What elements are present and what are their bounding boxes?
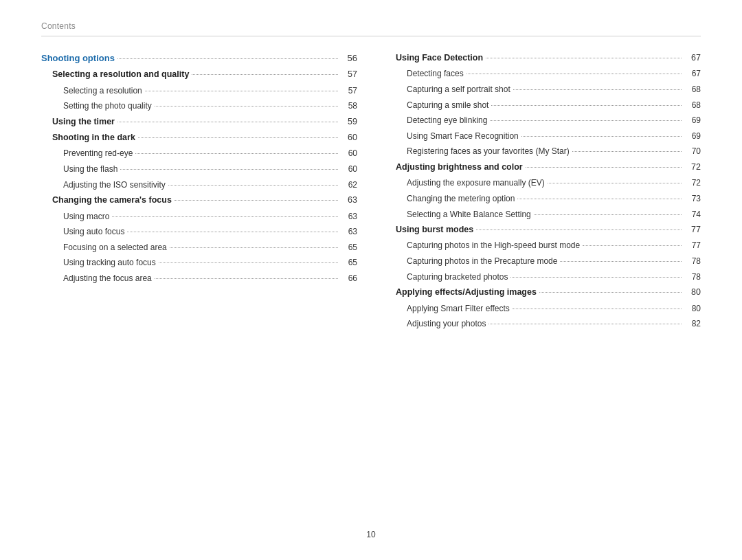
toc-entry-label: Applying Smart Filter effects [385, 302, 510, 315]
toc-page-number: 73 [684, 192, 701, 205]
page: Contents Shooting options56Selecting a r… [0, 0, 742, 560]
toc-page-number: 67 [684, 52, 701, 65]
toc-entry: Detecting eye blinking69 [385, 114, 701, 127]
toc-dots [560, 261, 682, 262]
toc-entry: Using the timer59 [41, 115, 357, 128]
toc-entry-label: Selecting a White Balance Setting [385, 208, 531, 221]
toc-page-number: 66 [341, 272, 357, 285]
toc-entry-label: Capturing bracketed photos [385, 271, 508, 284]
toc-entry: Using auto focus63 [41, 225, 357, 238]
toc-dots [488, 324, 682, 324]
toc-entry: Adjusting the ISO sensitivity62 [41, 179, 357, 192]
toc-dots [127, 232, 338, 232]
toc-page-number: 56 [341, 52, 357, 65]
toc-page-number: 77 [684, 239, 701, 252]
toc-page-number: 63 [341, 225, 357, 238]
toc-page-number: 82 [684, 317, 701, 331]
toc-page-number: 63 [341, 210, 357, 223]
toc-entry: Using burst modes77 [385, 223, 701, 236]
toc-entry-label: Capturing a smile shot [385, 99, 488, 112]
toc-entry-label: Adjusting the ISO sensitivity [41, 179, 166, 192]
toc-dots [486, 58, 682, 58]
toc-entry: Registering faces as your favorites (My … [385, 145, 701, 158]
page-header: Contents [41, 21, 701, 36]
toc-entry: Capturing photos in the Precapture mode7… [385, 255, 701, 268]
toc-dots [145, 91, 338, 91]
toc-page-number: 77 [684, 223, 701, 236]
toc-entry: Adjusting the focus area66 [41, 272, 357, 285]
toc-dots [491, 105, 682, 106]
toc-entry-label: Using auto focus [41, 225, 124, 238]
toc-dots [135, 153, 338, 154]
toc-dots [572, 151, 682, 152]
toc-dots [526, 167, 682, 168]
toc-entry: Shooting options56 [41, 52, 357, 65]
page-number: 10 [366, 530, 375, 539]
toc-entry: Changing the metering option73 [385, 192, 701, 205]
toc-entry: Using the flash60 [41, 163, 357, 176]
toc-dots [539, 292, 682, 293]
toc-entry-label: Changing the metering option [385, 192, 515, 205]
toc-entry: Selecting a resolution57 [41, 85, 357, 98]
toc-dots [490, 120, 682, 121]
toc-dots [517, 199, 682, 199]
toc-entry-label: Capturing a self portrait shot [385, 83, 510, 96]
toc-entry: Capturing a self portrait shot68 [385, 83, 701, 96]
toc-page-number: 69 [684, 130, 701, 143]
toc-page-number: 74 [684, 208, 701, 221]
toc-entry-label: Adjusting the exposure manually (EV) [385, 177, 545, 190]
toc-entry: Using tracking auto focus65 [41, 256, 357, 269]
toc-entry: Using Face Detection67 [385, 52, 701, 65]
toc-entry: Setting the photo quality58 [41, 100, 357, 113]
toc-page-number: 70 [684, 145, 701, 158]
toc-page-number: 60 [341, 147, 357, 160]
toc-dots [155, 278, 338, 279]
toc-entry: Selecting a resolution and quality57 [41, 68, 357, 81]
toc-page-number: 63 [341, 194, 357, 207]
toc-dots [120, 169, 338, 170]
toc-entry-label: Capturing photos in the High-speed burst… [385, 239, 580, 252]
toc-dots [168, 185, 338, 186]
toc-dots [513, 89, 682, 90]
toc-dots [521, 136, 682, 137]
toc-page-number: 78 [684, 271, 701, 284]
toc-entry: Using Smart Face Recognition69 [385, 130, 701, 143]
toc-entry-label: Detecting faces [385, 67, 464, 80]
toc-entry-label: Adjusting your photos [385, 317, 486, 331]
toc-dots [170, 247, 338, 248]
toc-page-number: 69 [684, 114, 701, 127]
toc-entry-label: Applying effects/Adjusting images [385, 286, 537, 299]
toc-dots [117, 58, 338, 59]
toc-entry-label: Changing the camera's focus [41, 194, 172, 207]
toc-page-number: 65 [341, 241, 357, 254]
toc-entry: Focusing on a selected area65 [41, 241, 357, 254]
toc-page-number: 60 [341, 131, 357, 144]
toc-page-number: 60 [341, 163, 357, 176]
toc-dots [117, 122, 338, 122]
toc-entry-label: Using the timer [41, 115, 115, 128]
toc-entry: Adjusting the exposure manually (EV)72 [385, 177, 701, 190]
toc-dots [513, 309, 682, 309]
toc-entry-label: Selecting a resolution [41, 85, 142, 98]
toc-dots [548, 183, 682, 183]
toc-entry-label: Using the flash [41, 163, 117, 176]
toc-page-number: 68 [684, 99, 701, 112]
toc-entry: Adjusting your photos82 [385, 317, 701, 331]
toc-entry: Using macro63 [41, 210, 357, 223]
toc-page-number: 58 [341, 100, 357, 113]
toc-entry: Capturing photos in the High-speed burst… [385, 239, 701, 252]
toc-entry-label: Adjusting the focus area [41, 272, 152, 285]
toc-entry-label: Setting the photo quality [41, 100, 152, 113]
toc-entry: Selecting a White Balance Setting74 [385, 208, 701, 221]
toc-dots [534, 214, 682, 215]
toc-entry-label: Using Face Detection [385, 52, 483, 65]
toc-dots [175, 200, 338, 201]
toc-page-number: 65 [341, 256, 357, 269]
toc-entry-label: Using macro [41, 210, 109, 223]
toc-entry: Applying Smart Filter effects80 [385, 302, 701, 315]
toc-entry-label: Using tracking auto focus [41, 256, 156, 269]
toc-page-number: 68 [684, 83, 701, 96]
toc-page-number: 67 [684, 67, 701, 80]
toc-page-number: 80 [684, 286, 701, 299]
toc-dots [466, 74, 682, 74]
